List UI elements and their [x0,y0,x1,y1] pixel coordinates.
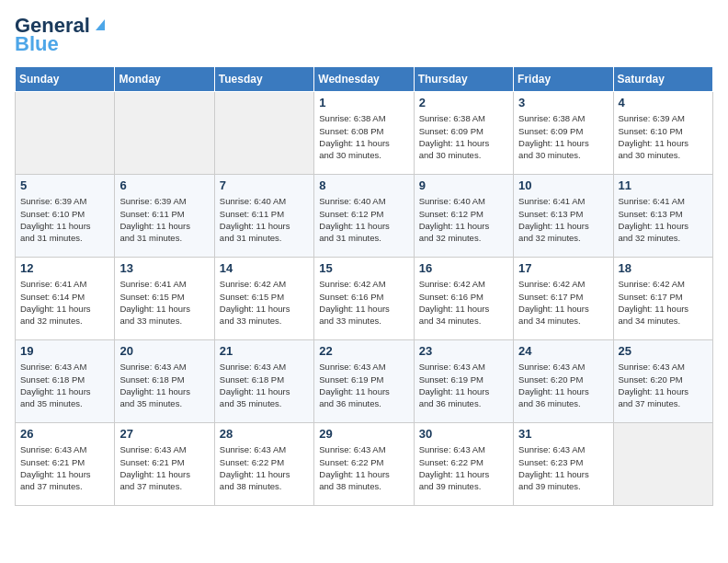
calendar-cell: 3Sunrise: 6:38 AM Sunset: 6:09 PM Daylig… [514,92,613,175]
day-info: Sunrise: 6:39 AM Sunset: 6:10 PM Dayligh… [20,195,109,244]
day-info: Sunrise: 6:43 AM Sunset: 6:22 PM Dayligh… [419,443,508,492]
calendar-cell: 18Sunrise: 6:42 AM Sunset: 6:17 PM Dayli… [613,258,712,340]
day-info: Sunrise: 6:38 AM Sunset: 6:09 PM Dayligh… [419,112,508,161]
calendar-cell: 8Sunrise: 6:40 AM Sunset: 6:12 PM Daylig… [314,175,414,258]
svg-marker-0 [96,19,105,30]
calendar-cell: 4Sunrise: 6:39 AM Sunset: 6:10 PM Daylig… [613,92,712,175]
day-number: 20 [119,344,209,358]
day-info: Sunrise: 6:42 AM Sunset: 6:17 PM Dayligh… [518,278,608,327]
logo: General Blue [15,15,108,55]
day-info: Sunrise: 6:43 AM Sunset: 6:20 PM Dayligh… [619,361,708,409]
calendar-cell: 30Sunrise: 6:43 AM Sunset: 6:22 PM Dayli… [414,423,513,506]
calendar-cell: 7Sunrise: 6:40 AM Sunset: 6:11 PM Daylig… [214,175,313,258]
day-number: 15 [319,261,408,275]
day-number: 23 [419,344,508,358]
day-number: 11 [619,178,708,192]
day-number: 17 [518,261,608,275]
day-header-sunday: Sunday [16,67,115,92]
day-header-thursday: Thursday [414,67,513,92]
day-header-wednesday: Wednesday [314,67,414,92]
day-info: Sunrise: 6:43 AM Sunset: 6:18 PM Dayligh… [220,361,309,409]
day-info: Sunrise: 6:43 AM Sunset: 6:20 PM Dayligh… [518,361,608,409]
day-info: Sunrise: 6:42 AM Sunset: 6:17 PM Dayligh… [619,278,708,327]
logo-icon [92,16,108,32]
day-number: 21 [220,344,309,358]
day-info: Sunrise: 6:43 AM Sunset: 6:18 PM Dayligh… [119,361,209,409]
day-info: Sunrise: 6:38 AM Sunset: 6:08 PM Dayligh… [319,112,408,161]
page-header: General Blue [15,15,713,55]
day-header-friday: Friday [514,67,613,92]
day-number: 10 [518,178,608,192]
day-number: 6 [119,178,209,192]
calendar-cell: 12Sunrise: 6:41 AM Sunset: 6:14 PM Dayli… [16,258,115,340]
week-row-4: 19Sunrise: 6:43 AM Sunset: 6:18 PM Dayli… [16,340,713,423]
day-number: 30 [419,427,508,441]
day-number: 12 [20,261,109,275]
day-number: 3 [518,96,608,109]
logo-text-blue: Blue [15,33,59,55]
calendar-cell [115,92,214,175]
calendar-cell: 6Sunrise: 6:39 AM Sunset: 6:11 PM Daylig… [115,175,214,258]
day-info: Sunrise: 6:43 AM Sunset: 6:19 PM Dayligh… [419,361,508,409]
day-info: Sunrise: 6:42 AM Sunset: 6:15 PM Dayligh… [220,278,309,327]
calendar-cell: 27Sunrise: 6:43 AM Sunset: 6:21 PM Dayli… [115,423,214,506]
day-number: 28 [220,427,309,441]
day-number: 1 [319,96,408,109]
day-info: Sunrise: 6:41 AM Sunset: 6:13 PM Dayligh… [518,195,608,244]
calendar-cell: 31Sunrise: 6:43 AM Sunset: 6:23 PM Dayli… [514,423,613,506]
day-number: 18 [619,261,708,275]
day-info: Sunrise: 6:41 AM Sunset: 6:15 PM Dayligh… [119,278,209,327]
day-info: Sunrise: 6:43 AM Sunset: 6:22 PM Dayligh… [319,443,408,492]
calendar-cell: 16Sunrise: 6:42 AM Sunset: 6:16 PM Dayli… [414,258,513,340]
calendar-cell [214,92,313,175]
calendar-cell: 28Sunrise: 6:43 AM Sunset: 6:22 PM Dayli… [214,423,313,506]
day-info: Sunrise: 6:43 AM Sunset: 6:18 PM Dayligh… [20,361,109,409]
day-info: Sunrise: 6:43 AM Sunset: 6:21 PM Dayligh… [20,443,109,492]
day-number: 4 [619,96,708,109]
calendar-header: SundayMondayTuesdayWednesdayThursdayFrid… [16,67,713,92]
day-number: 13 [119,261,209,275]
calendar-cell: 13Sunrise: 6:41 AM Sunset: 6:15 PM Dayli… [115,258,214,340]
day-number: 5 [20,178,109,192]
calendar-cell: 23Sunrise: 6:43 AM Sunset: 6:19 PM Dayli… [414,340,513,423]
calendar-cell: 25Sunrise: 6:43 AM Sunset: 6:20 PM Dayli… [613,340,712,423]
day-info: Sunrise: 6:42 AM Sunset: 6:16 PM Dayligh… [319,278,408,327]
calendar-cell: 1Sunrise: 6:38 AM Sunset: 6:08 PM Daylig… [314,92,414,175]
day-number: 14 [220,261,309,275]
calendar-cell: 26Sunrise: 6:43 AM Sunset: 6:21 PM Dayli… [16,423,115,506]
day-info: Sunrise: 6:43 AM Sunset: 6:21 PM Dayligh… [119,443,209,492]
day-number: 25 [619,344,708,358]
day-info: Sunrise: 6:42 AM Sunset: 6:16 PM Dayligh… [419,278,508,327]
calendar-cell: 5Sunrise: 6:39 AM Sunset: 6:10 PM Daylig… [16,175,115,258]
day-number: 9 [419,178,508,192]
week-row-5: 26Sunrise: 6:43 AM Sunset: 6:21 PM Dayli… [16,423,713,506]
day-info: Sunrise: 6:41 AM Sunset: 6:13 PM Dayligh… [619,195,708,244]
week-row-2: 5Sunrise: 6:39 AM Sunset: 6:10 PM Daylig… [16,175,713,258]
calendar-cell [613,423,712,506]
calendar-cell: 21Sunrise: 6:43 AM Sunset: 6:18 PM Dayli… [214,340,313,423]
days-of-week-row: SundayMondayTuesdayWednesdayThursdayFrid… [16,67,713,92]
calendar-cell: 15Sunrise: 6:42 AM Sunset: 6:16 PM Dayli… [314,258,414,340]
day-number: 22 [319,344,408,358]
calendar-cell: 19Sunrise: 6:43 AM Sunset: 6:18 PM Dayli… [16,340,115,423]
day-info: Sunrise: 6:40 AM Sunset: 6:11 PM Dayligh… [220,195,309,244]
day-header-monday: Monday [115,67,214,92]
calendar-cell [16,92,115,175]
day-number: 19 [20,344,109,358]
day-info: Sunrise: 6:40 AM Sunset: 6:12 PM Dayligh… [419,195,508,244]
calendar-cell: 14Sunrise: 6:42 AM Sunset: 6:15 PM Dayli… [214,258,313,340]
day-number: 24 [518,344,608,358]
day-info: Sunrise: 6:39 AM Sunset: 6:10 PM Dayligh… [619,112,708,161]
calendar-cell: 20Sunrise: 6:43 AM Sunset: 6:18 PM Dayli… [115,340,214,423]
day-number: 2 [419,96,508,109]
day-header-saturday: Saturday [613,67,712,92]
day-number: 27 [119,427,209,441]
day-info: Sunrise: 6:40 AM Sunset: 6:12 PM Dayligh… [319,195,408,244]
week-row-1: 1Sunrise: 6:38 AM Sunset: 6:08 PM Daylig… [16,92,713,175]
day-info: Sunrise: 6:38 AM Sunset: 6:09 PM Dayligh… [518,112,608,161]
day-number: 31 [518,427,608,441]
day-number: 26 [20,427,109,441]
calendar-cell: 9Sunrise: 6:40 AM Sunset: 6:12 PM Daylig… [414,175,513,258]
day-info: Sunrise: 6:43 AM Sunset: 6:22 PM Dayligh… [220,443,309,492]
calendar-cell: 10Sunrise: 6:41 AM Sunset: 6:13 PM Dayli… [514,175,613,258]
